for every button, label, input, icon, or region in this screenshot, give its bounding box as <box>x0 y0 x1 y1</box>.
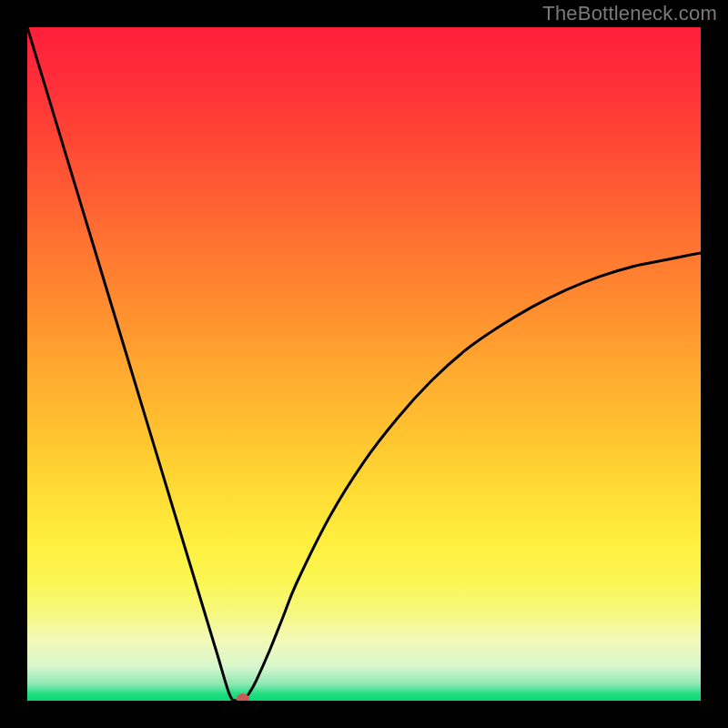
curve-svg <box>27 27 701 701</box>
chart-frame: TheBottleneck.com <box>0 0 728 728</box>
bottleneck-curve-path <box>27 27 701 701</box>
marker-dot <box>237 693 249 701</box>
watermark-text: TheBottleneck.com <box>542 2 717 25</box>
plot-area <box>27 27 701 701</box>
